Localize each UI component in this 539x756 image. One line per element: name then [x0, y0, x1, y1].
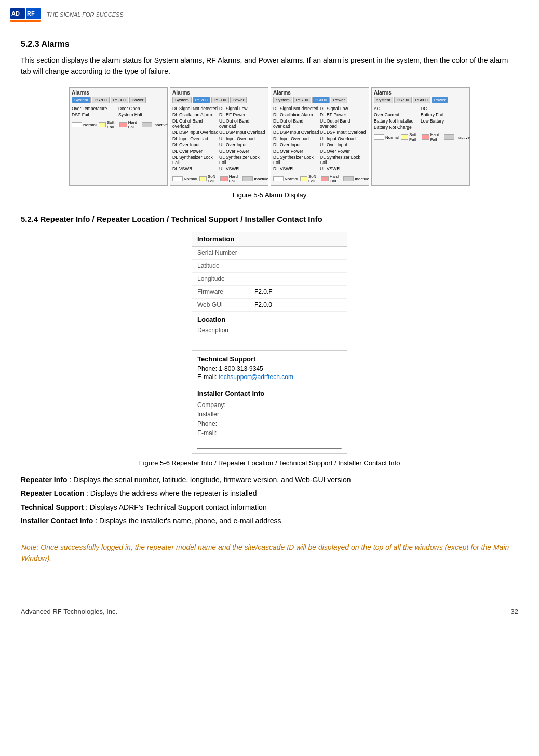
status-hard: Hard Fail: [119, 120, 140, 129]
status-hard-label: Hard Fail: [128, 120, 140, 129]
status-soft-3: Soft Fail: [300, 174, 319, 183]
alarm-tab-power-4[interactable]: Power: [432, 97, 449, 103]
installer-email: E-mail:: [197, 428, 342, 438]
alarm-tabs-power: System PS700 PS800 Power: [374, 97, 467, 103]
alarm-tab-ps800-4[interactable]: PS800: [413, 97, 430, 103]
alarm-row: Battery Not InstalledLow Battery: [374, 118, 467, 124]
alarm-figures-container: Alarms System PS700 PS800 Power Over Tem…: [21, 87, 518, 186]
location-title: Location: [197, 316, 342, 323]
status-box-inactive-3: [343, 176, 354, 181]
status-normal: Normal: [72, 122, 97, 127]
status-box-hard-3: [321, 176, 329, 181]
status-soft-label-3: Soft Fail: [308, 174, 319, 183]
alarm-row: DL Signal Not detectedDL Signal Low: [273, 105, 367, 112]
alarm-tab-ps700-2[interactable]: PS700: [193, 97, 210, 103]
location-section: Location Description: [192, 312, 347, 351]
status-box-normal-3: [273, 176, 284, 181]
alarm-tab-ps800[interactable]: PS800: [111, 97, 128, 103]
alarm-status-bar-3: Normal Soft Fail Hard Fail Inactive: [273, 174, 367, 183]
alarm-panel-system-title: Alarms: [72, 90, 165, 96]
installer-name: Installer:: [197, 410, 342, 419]
status-normal-label-4: Normal: [385, 135, 399, 140]
field-label-webgui: Web GUI: [192, 299, 249, 312]
alarm-tab-ps700[interactable]: PS700: [92, 97, 110, 103]
alarm-panel-ps700: Alarms System PS700 PS800 Power DL Signa…: [170, 87, 268, 186]
field-label-longitude: Longitude: [192, 273, 249, 286]
installer-phone: Phone:: [197, 419, 342, 428]
status-inactive-label-2: Inactive: [254, 177, 268, 181]
status-hard-label-2: Hard Fail: [229, 174, 241, 183]
status-normal-label-3: Normal: [285, 177, 298, 181]
alarm-tab-system-2[interactable]: System: [172, 97, 192, 103]
info-panel: Information Serial Number Latitude Longi…: [192, 232, 347, 454]
alarm-row: DL Over InputUL Over Input: [273, 142, 367, 148]
field-value-firmware: F2.0.F: [249, 286, 347, 299]
text-installer-info: : Displays the installer's name, phone, …: [95, 517, 281, 525]
status-box-inactive-2: [242, 176, 253, 181]
field-value-webgui: F2.0.0: [249, 299, 347, 312]
status-box-soft-3: [300, 176, 307, 181]
information-section-title: Information: [192, 232, 347, 247]
field-label-firmware: Firmware: [192, 286, 249, 299]
alarm-row: DL DSP Input OverloadUL DSP Input Overlo…: [273, 129, 367, 136]
logo-area: AD RF THE SIGNAL FOR SUCCESS: [10, 5, 124, 23]
desc-installer-info: Installer Contact Info : Displays the in…: [21, 515, 518, 526]
main-content: 5.2.3 Alarms This section displays the a…: [0, 29, 539, 582]
status-soft-2: Soft Fail: [199, 174, 218, 183]
alarm-tab-ps700-3[interactable]: PS700: [293, 97, 311, 103]
alarm-tab-ps800-2[interactable]: PS800: [211, 97, 229, 103]
alarm-status-bar-2: Normal Soft Fail Hard Fail Inactive: [172, 174, 266, 183]
table-row: Longitude: [192, 273, 347, 286]
status-normal-label-2: Normal: [184, 177, 197, 181]
alarm-row: DL Input OverloadUL Input Overload: [273, 136, 367, 142]
email-link[interactable]: techsupport@adrftech.com: [219, 373, 293, 381]
alarm-tab-system-4[interactable]: System: [374, 97, 393, 103]
bold-tech-support: Technical Support: [21, 503, 84, 511]
tagline: THE SIGNAL FOR SUCCESS: [47, 11, 124, 18]
svg-rect-4: [10, 20, 41, 22]
text-tech-support: : Displays ADRF's Technical Support cont…: [86, 503, 267, 511]
alarm-tab-ps700-4[interactable]: PS700: [394, 97, 412, 103]
alarm-row: DL VSWRUL VSWR: [172, 166, 266, 172]
status-inactive-2: Inactive: [242, 176, 268, 181]
alarm-row: DL Over PowerUL Over Power: [172, 148, 266, 154]
alarm-panel-ps800-title: Alarms: [273, 90, 367, 96]
alarm-tab-power[interactable]: Power: [129, 97, 146, 103]
status-normal-2: Normal: [172, 176, 197, 181]
alarm-tab-power-3[interactable]: Power: [331, 97, 348, 103]
field-value-longitude: [249, 273, 347, 286]
status-hard-2: Hard Fail: [220, 174, 240, 183]
status-soft-label: Soft Fail: [107, 120, 117, 129]
text-repeater-location: : Displays the address where the repeate…: [86, 489, 257, 497]
tech-support-section: Technical Support Phone: 1-800-313-9345 …: [192, 351, 347, 385]
alarm-tab-ps800-3[interactable]: PS800: [312, 97, 330, 103]
status-inactive-label-4: Inactive: [455, 135, 470, 140]
alarm-panel-system: Alarms System PS700 PS800 Power Over Tem…: [69, 87, 168, 186]
status-soft-4: Soft Fail: [401, 132, 420, 142]
alarm-tab-system-3[interactable]: System: [273, 97, 292, 103]
alarm-tab-power-2[interactable]: Power: [230, 97, 247, 103]
status-box-hard: [119, 122, 127, 127]
status-box-soft: [99, 122, 106, 127]
field-label-latitude: Latitude: [192, 260, 249, 273]
section-5-2-3: 5.2.3 Alarms This section displays the a…: [21, 39, 518, 199]
alarm-tab-system[interactable]: System: [72, 97, 91, 103]
status-hard-4: Hard Fail: [422, 132, 442, 142]
alarm-row: Over TemperatureDoor Open: [72, 105, 165, 112]
section-5-2-3-heading: 5.2.3 Alarms: [21, 39, 518, 49]
status-normal-3: Normal: [273, 176, 298, 181]
status-inactive-3: Inactive: [343, 176, 369, 181]
installer-company: Company:: [197, 400, 342, 410]
alarm-panel-power: Alarms System PS700 PS800 Power ACDC Ove…: [371, 87, 470, 186]
section-intro: This section displays the alarm status f…: [21, 55, 518, 77]
alarm-row: Over CurrentBattery Fail: [374, 112, 467, 118]
bold-repeater-info: Repeater Info: [21, 476, 67, 484]
info-figure-container: Information Serial Number Latitude Longi…: [21, 232, 518, 454]
alarm-row: DL Oscillation AlarmDL RF Power: [273, 112, 367, 118]
installer-title: Installer Contact Info: [197, 389, 342, 397]
field-value-latitude: [249, 260, 347, 273]
table-row: Serial Number: [192, 247, 347, 260]
status-inactive: Inactive: [142, 122, 168, 127]
note-text: Note: Once successfully logged in, the r…: [21, 542, 518, 564]
alarm-panel-ps700-title: Alarms: [172, 90, 266, 96]
